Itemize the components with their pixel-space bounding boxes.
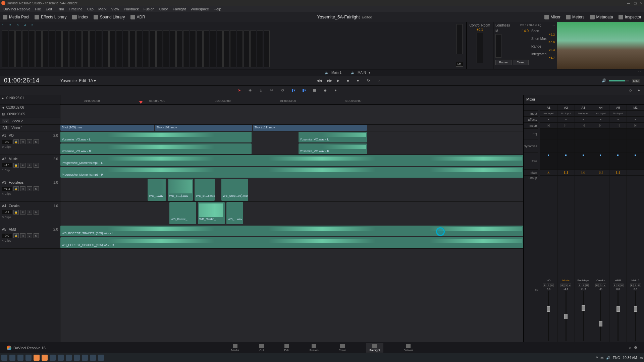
audio-clip[interactable]: WB_Rustic_...	[198, 202, 225, 224]
insert-cell[interactable]: I	[592, 123, 609, 129]
pause-button[interactable]: Pause	[495, 60, 512, 65]
insert-cell[interactable]: I	[540, 123, 557, 129]
audio-clip[interactable]: WB_FOREST_SPACES_(105).wav - L	[60, 226, 523, 236]
audio-track-header[interactable]: A3Footsteps1.0 +1.3🔒RSM 4 Clips	[0, 178, 60, 202]
solo-button[interactable]: S	[582, 284, 585, 287]
scroller-icon[interactable]: ◆	[324, 88, 328, 93]
audio-clip[interactable]: WB_Step...06).wav	[221, 179, 248, 201]
audio-clip[interactable]: WB_Rustic_...	[169, 202, 196, 224]
arm-button[interactable]: R	[543, 284, 546, 287]
main-assign[interactable]	[627, 170, 644, 176]
lock-icon[interactable]: 🔒	[13, 139, 19, 144]
effects-library-button[interactable]: Effects Library	[35, 15, 66, 19]
mixer-fader[interactable]: Music RSM -4.1	[557, 278, 575, 342]
audio-track-row[interactable]: WB_Rustic_... WB_Rustic_... WB_...wav	[60, 202, 523, 225]
audio-track-row[interactable]: Yosemite_VO.wav - L Yosemite_VO.wav - L …	[60, 131, 523, 155]
lock-icon[interactable]: 🔒	[13, 163, 19, 168]
fader-slider[interactable]	[628, 291, 643, 341]
effects-add[interactable]: +	[575, 117, 592, 123]
effects-add[interactable]: +	[627, 117, 644, 123]
insert-cell[interactable]: I	[627, 123, 644, 129]
automation-icon[interactable]: ⟋	[377, 78, 382, 83]
mixer-fader[interactable]: Main 1 RSM 0.0	[627, 278, 644, 342]
dynamics-graph[interactable]	[557, 139, 575, 153]
tc-go-icon[interactable]: ◂	[2, 106, 4, 109]
group-cell[interactable]	[540, 176, 557, 180]
effects-add[interactable]: +	[540, 117, 557, 123]
arm-button[interactable]: R	[595, 284, 599, 287]
tray-chevron-icon[interactable]: ^	[596, 356, 598, 360]
resolve-taskbar-icon[interactable]	[98, 355, 104, 361]
start-button[interactable]	[1, 355, 7, 361]
video-track-row[interactable]: Shot (105).mov Shot (102).mov Shot (111)…	[60, 125, 523, 131]
play-button[interactable]: ▶	[337, 78, 341, 83]
video-track-header[interactable]: V2Video 2	[0, 118, 60, 125]
index-button[interactable]: Index	[72, 15, 88, 19]
notifications-icon[interactable]: ▭	[640, 356, 643, 360]
arm-button[interactable]: R	[578, 284, 581, 287]
insert-cell[interactable]: I	[575, 123, 592, 129]
zoom-dot-icon[interactable]: ●	[638, 88, 640, 93]
razor-tool-icon[interactable]: ✂	[270, 88, 275, 93]
audio-clip[interactable]: Progressive_Moments.mp3 - R	[60, 167, 523, 178]
volume-icon[interactable]: 🔊	[602, 78, 606, 83]
pan-grid[interactable]	[609, 153, 627, 170]
solo-button[interactable]: S	[616, 284, 620, 287]
minimize-icon[interactable]: —	[627, 1, 630, 5]
audio-track-header[interactable]: A5AMB2.0 0.0🔒RSM 4 Clips	[0, 225, 60, 249]
audio-track-row[interactable]: Progressive_Moments.mp3 - L Progressive_…	[60, 155, 523, 178]
audio-clip[interactable]: Yosemite_VO.wav - L	[299, 132, 367, 142]
menu-item[interactable]: View	[111, 7, 119, 11]
solo-button[interactable]: S	[547, 284, 550, 287]
speaker-icon[interactable]: 🔈	[325, 71, 329, 74]
page-cut[interactable]: Cut	[259, 344, 264, 352]
monitor-right[interactable]: MAIN	[358, 71, 366, 74]
menu-item[interactable]: Fusion	[144, 7, 155, 11]
tray-time[interactable]: 10:34 AM	[623, 356, 637, 360]
explorer-icon[interactable]	[25, 355, 32, 361]
video-clip[interactable]: Shot (105).mov	[60, 125, 154, 131]
marker-tool-icon[interactable]: ⤓	[259, 88, 264, 93]
range-tool-icon[interactable]: ✚	[249, 88, 253, 93]
page-media[interactable]: Media	[231, 344, 239, 352]
page-fusion[interactable]: Fusion	[310, 344, 319, 352]
page-deliver[interactable]: Deliver	[404, 344, 413, 352]
mixer-fader[interactable]: VO RSM 0.0	[540, 278, 557, 342]
solo-button[interactable]: S	[27, 139, 32, 144]
fader-slider[interactable]	[576, 291, 591, 341]
stop-button[interactable]: ■	[347, 78, 352, 83]
menu-item[interactable]: Fairlight	[173, 7, 186, 11]
mixer-toggle[interactable]: Mixer	[544, 15, 560, 19]
video-clip[interactable]: Shot (102).mov	[155, 125, 252, 131]
mute-button[interactable]: M	[568, 284, 571, 287]
menu-item[interactable]: Color	[159, 7, 168, 11]
input-cell[interactable]	[627, 111, 644, 117]
record-button[interactable]: ●	[357, 78, 362, 83]
mute-button[interactable]: M	[603, 284, 606, 287]
eq-graph[interactable]	[557, 129, 575, 139]
main-assign[interactable]: 1	[609, 170, 627, 176]
expand-icon[interactable]: ⛶	[638, 71, 641, 74]
pan-grid[interactable]	[575, 153, 592, 170]
arm-button[interactable]: R	[630, 284, 634, 287]
app-icon[interactable]	[50, 355, 56, 361]
fader-slider[interactable]	[610, 291, 626, 341]
reset-button[interactable]: Reset	[513, 60, 529, 65]
monitor-left[interactable]: Main 1	[331, 71, 341, 74]
effects-add[interactable]: +	[592, 117, 609, 123]
loop-button[interactable]: ↻	[367, 78, 372, 83]
effects-add[interactable]: +	[609, 117, 627, 123]
pan-grid[interactable]	[540, 153, 557, 170]
group-cell[interactable]	[609, 176, 627, 180]
dynamics-graph[interactable]	[575, 139, 592, 153]
page-fairlight[interactable]: Fairlight	[366, 343, 383, 353]
dynamics-graph[interactable]	[592, 139, 609, 153]
effects-add[interactable]: +	[557, 117, 575, 123]
video-track-row[interactable]	[60, 118, 523, 125]
selection-tool-icon[interactable]: ➤	[238, 88, 243, 93]
chevron-down-icon[interactable]: ▾	[94, 78, 96, 83]
inspector-toggle[interactable]: Inspector	[619, 15, 641, 19]
audio-track-header[interactable]: A2Music2.0 -4.1🔒RSM 1 Clip	[0, 155, 60, 178]
audio-clip[interactable]: WB_...wav	[226, 202, 243, 224]
volume-slider[interactable]	[609, 80, 629, 81]
